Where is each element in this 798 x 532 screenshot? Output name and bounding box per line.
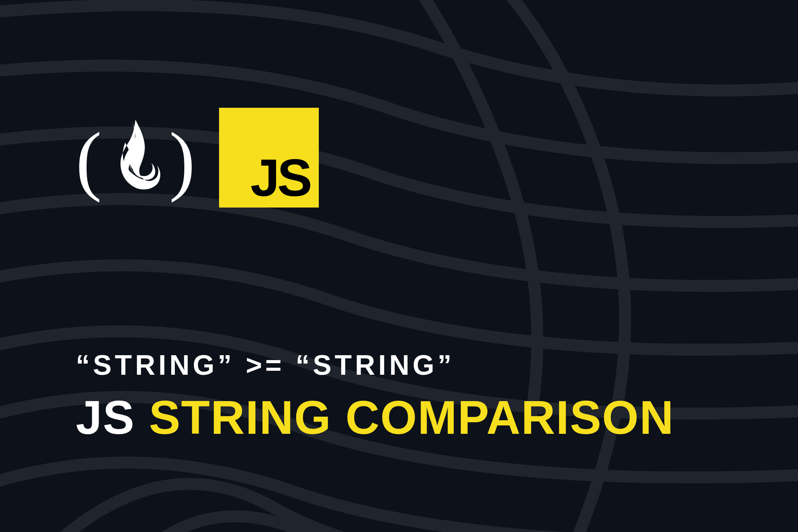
subtitle-text: “STRING” >= “STRING” (76, 349, 722, 381)
title-text: JS STRING COMPARISON (76, 394, 722, 441)
title-highlight: STRING COMPARISON (149, 391, 674, 444)
paren-left: ( (76, 121, 102, 199)
javascript-badge: JS (219, 108, 319, 208)
flame-icon (107, 120, 164, 200)
headline-block: “STRING” >= “STRING” JS STRING COMPARISO… (76, 349, 722, 441)
js-badge-label: JS (250, 152, 310, 204)
title-prefix: JS (76, 391, 149, 444)
freecodecamp-logo: ( ) (76, 120, 195, 200)
content-container: ( ) JS “STRING” >= “STRING” JS STRING CO… (0, 0, 798, 532)
logo-row: ( ) JS (76, 112, 722, 208)
paren-right: ) (169, 121, 195, 199)
